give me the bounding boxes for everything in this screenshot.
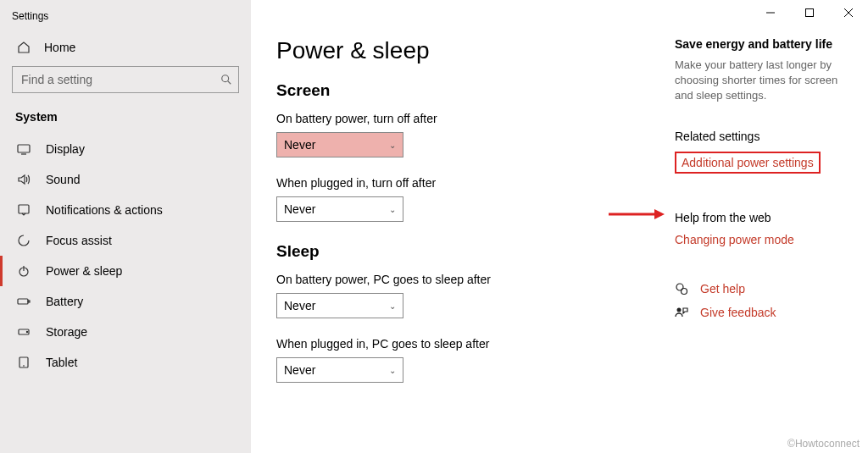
select-value: Never [284,363,315,377]
nav-display[interactable]: Display [0,134,251,164]
nav-tablet[interactable]: Tablet [0,347,251,378]
info-text: Make your battery last longer by choosin… [675,58,843,104]
nav-label: Power & sleep [46,264,122,278]
storage-icon [17,325,31,339]
nav-label: Battery [46,295,83,308]
close-button[interactable] [829,0,868,25]
nav-power-sleep[interactable]: Power & sleep [0,256,251,286]
svg-rect-2 [18,145,30,152]
svg-rect-4 [19,205,29,213]
battery-icon [17,295,31,308]
screen-heading: Screen [276,81,666,100]
chevron-down-icon: ⌄ [389,205,396,214]
nav-label: Display [46,142,85,156]
main-content: Power & sleep Screen On battery power, t… [251,0,868,453]
screen-battery-label: On battery power, turn off after [276,112,666,125]
tablet-icon [17,356,31,369]
page-title: Power & sleep [276,37,666,64]
home-label: Home [44,41,75,54]
related-heading: Related settings [675,130,843,143]
feedback-icon [675,306,688,319]
select-value: Never [284,299,315,312]
sleep-heading: Sleep [276,242,666,261]
window-controls [751,0,868,25]
search-wrap [12,66,239,93]
minimize-button[interactable] [751,0,790,25]
svg-rect-19 [806,9,814,17]
chevron-down-icon: ⌄ [389,366,396,375]
category-heading: System [0,105,251,134]
get-help-link[interactable]: Get help [700,282,745,296]
display-icon [17,142,31,156]
sleep-plugged-select[interactable]: Never ⌄ [276,357,403,383]
info-title: Save energy and battery life [675,37,843,51]
select-value: Never [284,138,315,152]
nav-notifications[interactable]: Notifications & actions [0,195,251,225]
help-heading: Help from the web [675,211,843,224]
chevron-down-icon: ⌄ [389,141,396,150]
sleep-battery-label: On battery power, PC goes to sleep after [276,273,666,286]
search-input[interactable] [12,66,239,93]
nav-focus-assist[interactable]: Focus assist [0,225,251,256]
svg-point-15 [677,307,682,312]
screen-plugged-select[interactable]: Never ⌄ [276,196,403,222]
sleep-plugged-label: When plugged in, PC goes to sleep after [276,337,666,351]
give-feedback-link[interactable]: Give feedback [700,306,776,319]
screen-plugged-label: When plugged in, turn off after [276,176,666,190]
nav-label: Notifications & actions [46,203,163,217]
nav-battery[interactable]: Battery [0,286,251,317]
nav-storage[interactable]: Storage [0,317,251,347]
screen-battery-select[interactable]: Never ⌄ [276,132,403,157]
sidebar: Settings Home System Display Sound Notif… [0,0,251,453]
svg-rect-8 [28,301,30,302]
chevron-down-icon: ⌄ [389,301,396,311]
select-value: Never [284,202,315,216]
app-title: Settings [0,7,251,32]
focus-icon [17,234,31,247]
svg-point-10 [26,331,27,332]
notifications-icon [17,203,31,217]
nav-label: Storage [46,325,87,339]
svg-point-14 [682,288,687,294]
home-icon [17,41,31,54]
sleep-battery-select[interactable]: Never ⌄ [276,293,403,318]
changing-power-mode-link[interactable]: Changing power mode [675,233,794,246]
svg-rect-7 [18,299,28,304]
nav-sound[interactable]: Sound [0,164,251,195]
get-help-icon [675,282,688,296]
nav-label: Sound [46,173,80,186]
additional-power-settings-link[interactable]: Additional power settings [675,152,821,174]
watermark: ©Howtoconnect [787,438,860,450]
nav-label: Focus assist [46,234,112,247]
nav-label: Tablet [46,356,77,369]
power-icon [17,264,31,278]
maximize-button[interactable] [790,0,829,25]
sound-icon [17,173,31,186]
home-nav[interactable]: Home [0,32,251,63]
